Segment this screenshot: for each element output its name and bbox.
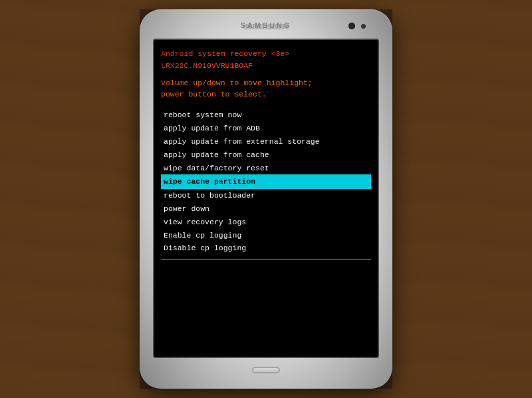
phone-bottom-bar	[145, 362, 387, 378]
menu-item-apply-external[interactable]: apply update from external storage	[161, 135, 371, 148]
menu-item-apply-cache[interactable]: apply update from cache	[161, 148, 371, 162]
menu-item-disable-cp-logging[interactable]: Disable cp logging	[161, 242, 371, 255]
recovery-header: Android system recovery <3e> LRX22C.N910…	[161, 48, 371, 72]
header-line1: Android system recovery <3e>	[161, 48, 371, 60]
menu-item-reboot-system[interactable]: reboot system now	[161, 108, 371, 122]
front-camera	[348, 23, 355, 29]
screen-content: Android system recovery <3e> LRX22C.N910…	[154, 40, 378, 357]
menu-item-wipe-cache[interactable]: wipe cache partition	[161, 174, 371, 189]
recovery-menu: reboot system now apply update from ADB …	[161, 108, 371, 255]
menu-item-apply-adb[interactable]: apply update from ADB	[161, 122, 371, 135]
phone-top-bar: SAMSUNG	[145, 17, 387, 36]
phone-device: SAMSUNG Android system recovery <3e> LRX…	[140, 9, 392, 389]
separator-line	[161, 259, 371, 260]
header-line2: LRX22C.N910VVRU1BOAF	[161, 60, 371, 72]
brand-label: SAMSUNG	[240, 21, 291, 29]
screen-bezel: Android system recovery <3e> LRX22C.N910…	[153, 39, 379, 358]
instructions-text: Volume up/down to move highlight; power …	[161, 77, 371, 101]
instruction-line2: power button to select.	[161, 89, 371, 100]
instruction-line1: Volume up/down to move highlight;	[161, 77, 371, 89]
menu-item-power-down[interactable]: power down	[161, 202, 371, 216]
home-button[interactable]	[252, 367, 280, 373]
proximity-sensor	[361, 24, 366, 29]
menu-item-enable-cp-logging[interactable]: Enable cp logging	[161, 229, 371, 242]
menu-item-reboot-bootloader[interactable]: reboot to bootloader	[161, 189, 371, 202]
menu-item-view-recovery-logs[interactable]: view recovery logs	[161, 216, 371, 229]
menu-item-wipe-data[interactable]: wipe data/factory reset	[161, 162, 371, 175]
